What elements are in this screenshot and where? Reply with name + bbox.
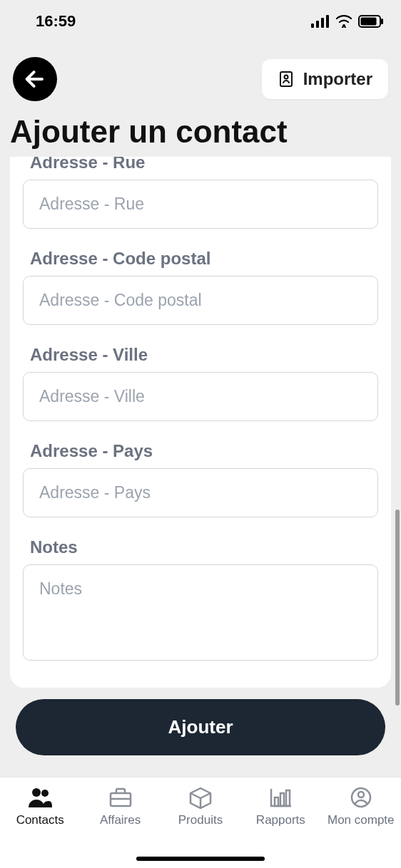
status-time: 16:59 — [36, 12, 76, 31]
svg-rect-1 — [316, 21, 319, 28]
cellular-icon — [311, 15, 330, 28]
label-postal: Adresse - Code postal — [23, 249, 378, 269]
contacts-icon — [27, 786, 53, 809]
input-country[interactable] — [23, 468, 378, 517]
input-city[interactable] — [23, 372, 378, 421]
tab-bar: Contacts Affaires Produits Rapports Mon … — [0, 777, 401, 868]
svg-rect-7 — [381, 19, 383, 24]
tab-affaires[interactable]: Affaires — [81, 786, 160, 827]
box-icon — [188, 786, 213, 809]
bar-chart-icon — [268, 786, 293, 809]
tab-compte-label: Mon compte — [328, 813, 395, 827]
label-notes: Notes — [23, 537, 378, 557]
home-indicator — [136, 857, 265, 861]
tab-contacts[interactable]: Contacts — [1, 786, 79, 827]
svg-rect-15 — [286, 790, 290, 806]
svg-point-10 — [32, 788, 41, 797]
field-street: Adresse - Rue — [23, 157, 378, 229]
submit-area: Ajouter — [0, 688, 401, 755]
tab-contacts-label: Contacts — [16, 813, 64, 827]
briefcase-icon — [108, 786, 133, 809]
input-postal[interactable] — [23, 276, 378, 325]
svg-point-17 — [358, 792, 364, 797]
tab-affaires-label: Affaires — [100, 813, 141, 827]
scroll-indicator[interactable] — [395, 510, 400, 706]
user-circle-icon — [348, 786, 374, 809]
svg-rect-6 — [361, 18, 377, 26]
svg-point-11 — [41, 790, 49, 797]
status-bar: 16:59 — [0, 0, 401, 36]
svg-rect-0 — [311, 24, 314, 28]
battery-icon — [358, 15, 384, 28]
field-postal: Adresse - Code postal — [23, 249, 378, 325]
tab-rapports-label: Rapports — [256, 813, 305, 827]
submit-button[interactable]: Ajouter — [16, 699, 385, 755]
label-street: Adresse - Rue — [23, 157, 378, 172]
arrow-left-icon — [23, 67, 47, 91]
label-country: Adresse - Pays — [23, 441, 378, 461]
svg-point-9 — [284, 76, 288, 79]
tab-produits[interactable]: Produits — [161, 786, 240, 827]
form-card: Adresse - Rue Adresse - Code postal Adre… — [10, 157, 391, 688]
label-city: Adresse - Ville — [23, 345, 378, 365]
import-label: Importer — [303, 69, 372, 89]
input-notes[interactable] — [23, 564, 378, 661]
field-city: Adresse - Ville — [23, 345, 378, 421]
import-button[interactable]: Importer — [262, 59, 388, 99]
field-country: Adresse - Pays — [23, 441, 378, 517]
top-bar: Importer — [0, 36, 401, 108]
status-icons — [311, 15, 384, 28]
page-title: Ajouter un contact — [0, 108, 401, 157]
field-notes: Notes — [23, 537, 378, 663]
back-button[interactable] — [13, 57, 57, 101]
wifi-icon — [335, 15, 352, 28]
contact-card-icon — [278, 71, 295, 88]
tab-rapports[interactable]: Rapports — [241, 786, 320, 827]
tab-compte[interactable]: Mon compte — [322, 786, 400, 827]
input-street[interactable] — [23, 180, 378, 229]
svg-rect-2 — [321, 18, 324, 28]
tab-produits-label: Produits — [178, 813, 223, 827]
svg-point-4 — [342, 24, 345, 27]
svg-rect-13 — [275, 797, 278, 806]
svg-rect-14 — [280, 793, 284, 806]
svg-rect-3 — [326, 15, 329, 28]
